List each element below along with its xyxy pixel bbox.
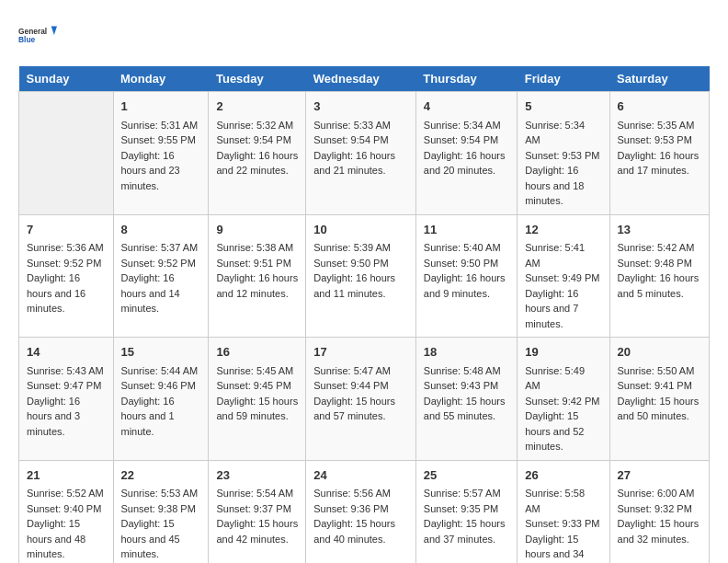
daylight-text: Daylight: 16 hours and 22 minutes. (216, 148, 298, 178)
sunset-text: Sunset: 9:32 PM (618, 501, 701, 517)
calendar-cell: 4Sunrise: 5:34 AMSunset: 9:54 PMDaylight… (415, 92, 517, 215)
day-number: 24 (313, 466, 408, 485)
calendar-cell: 18Sunrise: 5:48 AMSunset: 9:43 PMDayligh… (415, 338, 517, 461)
sunset-text: Sunset: 9:54 PM (313, 132, 408, 148)
calendar-cell: 26Sunrise: 5:58 AMSunset: 9:33 PMDayligh… (518, 460, 609, 563)
day-number: 20 (618, 343, 701, 362)
sunrise-text: Sunrise: 5:53 AM (121, 486, 201, 501)
sunrise-text: Sunrise: 5:34 AM (424, 118, 509, 133)
sunset-text: Sunset: 9:33 PM (525, 516, 601, 532)
sunset-text: Sunset: 9:43 PM (424, 378, 509, 394)
header-thursday: Thursday (415, 66, 517, 92)
day-number: 22 (121, 466, 201, 485)
daylight-text: Daylight: 16 hours and 7 minutes. (525, 286, 601, 332)
sunrise-text: Sunrise: 6:00 AM (618, 486, 701, 501)
day-number: 7 (27, 221, 106, 239)
sunset-text: Sunset: 9:49 PM (525, 270, 601, 286)
header-friday: Friday (518, 66, 609, 92)
svg-marker-2 (51, 27, 57, 35)
calendar-cell: 23Sunrise: 5:54 AMSunset: 9:37 PMDayligh… (209, 460, 306, 563)
daylight-text: Daylight: 15 hours and 40 minutes. (313, 516, 408, 546)
sunset-text: Sunset: 9:53 PM (618, 132, 701, 148)
daylight-text: Daylight: 15 hours and 59 minutes. (216, 394, 298, 424)
calendar-cell: 15Sunrise: 5:44 AMSunset: 9:46 PMDayligh… (113, 338, 209, 461)
sunrise-text: Sunrise: 5:43 AM (27, 363, 106, 379)
header-saturday: Saturday (609, 66, 709, 92)
sunrise-text: Sunrise: 5:54 AM (216, 486, 298, 501)
daylight-text: Daylight: 16 hours and 1 minute. (121, 394, 201, 440)
sunrise-text: Sunrise: 5:50 AM (618, 363, 701, 379)
sunrise-text: Sunrise: 5:33 AM (313, 118, 408, 133)
day-number: 17 (313, 343, 408, 362)
day-number: 11 (424, 221, 509, 239)
calendar-cell: 10Sunrise: 5:39 AMSunset: 9:50 PMDayligh… (306, 214, 416, 338)
sunrise-text: Sunrise: 5:39 AM (313, 240, 408, 256)
svg-text:Blue: Blue (18, 35, 35, 44)
sunrise-text: Sunrise: 5:47 AM (313, 363, 408, 379)
sunrise-text: Sunrise: 5:35 AM (618, 118, 701, 133)
daylight-text: Daylight: 16 hours and 12 minutes. (216, 270, 298, 301)
daylight-text: Daylight: 15 hours and 45 minutes. (121, 516, 201, 562)
calendar-table: SundayMondayTuesdayWednesdayThursdayFrid… (18, 66, 710, 563)
day-number: 27 (618, 466, 701, 485)
week-row-1: 1Sunrise: 5:31 AMSunset: 9:55 PMDaylight… (19, 92, 710, 215)
calendar-cell: 6Sunrise: 5:35 AMSunset: 9:53 PMDaylight… (609, 92, 709, 215)
header-monday: Monday (113, 66, 209, 92)
daylight-text: Daylight: 16 hours and 14 minutes. (121, 270, 201, 316)
day-number: 15 (121, 343, 201, 362)
daylight-text: Daylight: 16 hours and 17 minutes. (618, 148, 701, 178)
daylight-text: Daylight: 15 hours and 55 minutes. (424, 394, 509, 424)
sunrise-text: Sunrise: 5:58 AM (525, 486, 601, 516)
daylight-text: Daylight: 16 hours and 18 minutes. (525, 163, 601, 209)
day-number: 9 (216, 221, 298, 239)
day-number: 6 (618, 98, 701, 116)
sunset-text: Sunset: 9:42 PM (525, 394, 601, 409)
sunrise-text: Sunrise: 5:36 AM (27, 240, 106, 256)
calendar-cell: 8Sunrise: 5:37 AMSunset: 9:52 PMDaylight… (113, 214, 209, 338)
calendar-header-row: SundayMondayTuesdayWednesdayThursdayFrid… (19, 66, 710, 92)
sunrise-text: Sunrise: 5:42 AM (618, 240, 701, 256)
daylight-text: Daylight: 16 hours and 20 minutes. (424, 148, 509, 178)
sunrise-text: Sunrise: 5:48 AM (424, 363, 509, 379)
sunset-text: Sunset: 9:38 PM (121, 501, 201, 517)
sunrise-text: Sunrise: 5:49 AM (525, 363, 601, 394)
daylight-text: Daylight: 15 hours and 37 minutes. (424, 516, 509, 546)
calendar-cell: 16Sunrise: 5:45 AMSunset: 9:45 PMDayligh… (209, 338, 306, 461)
sunrise-text: Sunrise: 5:40 AM (424, 240, 509, 256)
calendar-cell: 3Sunrise: 5:33 AMSunset: 9:54 PMDaylight… (306, 92, 416, 215)
calendar-cell: 25Sunrise: 5:57 AMSunset: 9:35 PMDayligh… (415, 460, 517, 563)
daylight-text: Daylight: 16 hours and 11 minutes. (313, 270, 408, 301)
sunset-text: Sunset: 9:35 PM (424, 501, 509, 517)
daylight-text: Daylight: 16 hours and 21 minutes. (313, 148, 408, 178)
sunrise-text: Sunrise: 5:31 AM (121, 118, 201, 133)
header-wednesday: Wednesday (306, 66, 416, 92)
calendar-cell: 7Sunrise: 5:36 AMSunset: 9:52 PMDaylight… (19, 214, 114, 338)
sunset-text: Sunset: 9:51 PM (216, 256, 298, 271)
sunrise-text: Sunrise: 5:38 AM (216, 240, 298, 256)
day-number: 23 (216, 466, 298, 485)
sunrise-text: Sunrise: 5:56 AM (313, 486, 408, 501)
sunset-text: Sunset: 9:50 PM (313, 256, 408, 271)
day-number: 14 (27, 343, 106, 362)
day-number: 26 (525, 466, 601, 485)
calendar-cell: 14Sunrise: 5:43 AMSunset: 9:47 PMDayligh… (19, 338, 114, 461)
day-number: 5 (525, 98, 601, 116)
calendar-cell: 12Sunrise: 5:41 AMSunset: 9:49 PMDayligh… (518, 214, 609, 338)
week-row-2: 7Sunrise: 5:36 AMSunset: 9:52 PMDaylight… (19, 214, 710, 338)
calendar-cell: 21Sunrise: 5:52 AMSunset: 9:40 PMDayligh… (19, 460, 114, 563)
sunset-text: Sunset: 9:52 PM (27, 256, 106, 271)
sunrise-text: Sunrise: 5:57 AM (424, 486, 509, 501)
day-number: 19 (525, 343, 601, 362)
calendar-cell (19, 92, 114, 215)
calendar-cell: 20Sunrise: 5:50 AMSunset: 9:41 PMDayligh… (609, 338, 709, 461)
sunset-text: Sunset: 9:46 PM (121, 378, 201, 394)
sunset-text: Sunset: 9:47 PM (27, 378, 106, 394)
logo-icon: General Blue (18, 18, 57, 52)
sunrise-text: Sunrise: 5:32 AM (216, 118, 298, 133)
daylight-text: Daylight: 15 hours and 48 minutes. (27, 516, 106, 562)
sunrise-text: Sunrise: 5:34 AM (525, 118, 601, 148)
sunset-text: Sunset: 9:37 PM (216, 501, 298, 517)
sunset-text: Sunset: 9:52 PM (121, 256, 201, 271)
week-row-4: 21Sunrise: 5:52 AMSunset: 9:40 PMDayligh… (19, 460, 710, 563)
sunset-text: Sunset: 9:54 PM (424, 132, 509, 148)
